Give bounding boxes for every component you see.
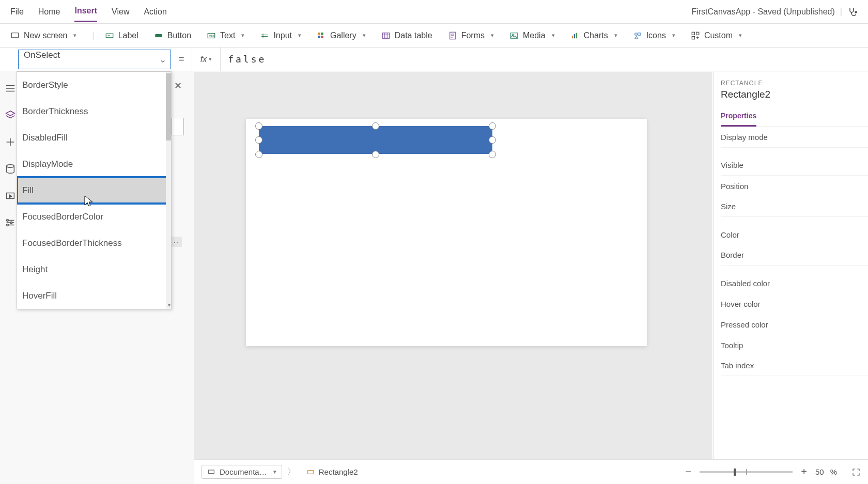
dropdown-item[interactable]: HoverFill [17,283,171,309]
prop-row-border[interactable]: Border [721,245,868,266]
chevron-down-icon: ▾ [363,32,366,39]
prop-row-size[interactable]: Size [721,196,868,217]
icons-button[interactable]: Icons▾ [633,31,675,40]
fx-button[interactable]: fx ▾ [192,48,221,71]
resize-handle-sw[interactable] [255,151,262,158]
prop-row-tooltip[interactable]: Tooltip [721,335,868,355]
icons-label: Icons [646,31,666,40]
dropdown-item[interactable]: BorderStyle [17,72,171,98]
close-tree-button[interactable]: ✕ [171,79,185,93]
dropdown-item[interactable]: FocusedBorderColor [17,204,171,230]
media-button[interactable]: Media▾ [509,31,555,40]
resize-handle-w[interactable] [255,136,262,144]
svg-rect-20 [696,32,699,35]
chevron-down-icon: ▾ [614,32,617,39]
formula-input[interactable]: false [221,54,868,65]
text-icon: Abc [207,31,216,40]
gallery-button[interactable]: Gallery▾ [317,31,366,40]
new-screen-button[interactable]: New screen▾ [10,31,76,40]
screen-icon [207,468,215,476]
media-label: Media [523,31,546,40]
prop-row-visible[interactable]: Visible [721,155,868,176]
prop-row-color[interactable]: Color [721,224,868,245]
plus-icon[interactable] [5,136,16,148]
chevron-down-icon: ▾ [298,32,301,39]
zoom-slider-thumb[interactable] [734,469,736,476]
resize-handle-n[interactable] [372,122,379,130]
input-label: Input [273,31,292,40]
dropdown-item[interactable]: BorderThickness [17,98,171,124]
tab-properties[interactable]: Properties [721,108,756,127]
scrollbar-thumb[interactable] [166,73,171,140]
app-canvas[interactable] [246,119,647,346]
prop-row-position[interactable]: Position [721,176,868,196]
resize-handle-nw[interactable] [255,122,262,130]
resize-handle-se[interactable] [489,151,496,158]
breadcrumb-shape[interactable]: Rectangle2 [301,465,364,479]
svg-rect-1 [11,33,19,37]
dropdown-item[interactable]: DisplayMode [17,151,171,177]
breadcrumb-screen[interactable]: Documenta… ▾ [202,465,282,479]
formula-bar: OnSelect ⌄ = fx ▾ false [0,48,868,71]
input-icon [260,31,269,40]
prop-row-disabledcolor[interactable]: Disabled color [721,273,868,293]
tree-item-peek [172,118,184,135]
zoom-control: − + 50 % [683,466,861,478]
element-type-label: RECTANGLE [721,80,868,87]
zoom-out-button[interactable]: − [683,466,693,478]
tree-more-button[interactable]: ·· [171,237,182,247]
menu-view[interactable]: View [112,2,129,22]
menu-insert[interactable]: Insert [74,1,97,22]
dropdown-item[interactable]: DisabledFill [17,124,171,151]
database-icon[interactable] [5,163,16,175]
hamburger-icon[interactable] [5,83,16,94]
input-button[interactable]: Input▾ [260,31,301,40]
svg-point-17 [634,33,637,35]
dropdown-item-highlighted[interactable]: Fill [17,177,171,204]
chevron-down-icon: ⌄ [159,54,166,65]
scroll-down-icon[interactable]: ▾ [168,302,171,308]
rectangle-shape[interactable] [259,126,492,154]
custom-label: Custom [704,31,733,40]
menu-file[interactable]: File [10,2,24,22]
svg-rect-19 [692,32,694,35]
chevron-down-icon: ▾ [739,32,742,39]
forms-button[interactable]: Forms▾ [448,31,494,40]
property-selector[interactable]: OnSelect ⌄ [18,50,171,69]
settings-icon[interactable] [5,217,16,228]
prop-row-hovercolor[interactable]: Hover color [721,293,868,314]
custom-button[interactable]: Custom▾ [691,31,742,40]
prop-row-tabindex[interactable]: Tab index [721,355,868,376]
zoom-in-button[interactable]: + [799,466,809,478]
fullscreen-icon[interactable] [851,467,861,477]
element-name[interactable]: Rectangle2 [721,89,868,100]
chevron-down-icon: ▾ [552,32,555,39]
datatable-button[interactable]: Data table [381,31,432,40]
stethoscope-icon[interactable] [847,7,858,17]
zoom-slider[interactable] [700,471,793,473]
dropdown-item[interactable]: FocusedBorderThickness [17,230,171,256]
layers-icon[interactable] [5,110,16,121]
label-icon [105,31,114,40]
resize-handle-ne[interactable] [489,122,496,130]
dropdown-item[interactable]: Height [17,256,171,283]
prop-row-pressedcolor[interactable]: Pressed color [721,314,868,335]
menu-home[interactable]: Home [38,2,60,22]
resize-handle-s[interactable] [372,151,379,158]
menu-action[interactable]: Action [144,2,166,22]
svg-point-0 [855,11,857,12]
prop-row-displaymode[interactable]: Display mode [721,127,868,148]
text-button[interactable]: Abc Text▾ [207,31,244,40]
forms-label: Forms [461,31,485,40]
resize-handle-e[interactable] [489,136,496,144]
menu-bar: File Home Insert View Action FirstCanvas… [0,0,868,24]
label-button[interactable]: Label [105,31,138,40]
breadcrumb-shape-label: Rectangle2 [319,467,358,476]
charts-button[interactable]: Charts▾ [570,31,617,40]
media-rail-icon[interactable] [5,190,16,201]
custom-icon [691,31,700,40]
icons-icon [633,31,642,40]
button-button[interactable]: Button [154,31,191,40]
table-icon [381,31,391,40]
zoom-suffix: % [830,467,837,476]
